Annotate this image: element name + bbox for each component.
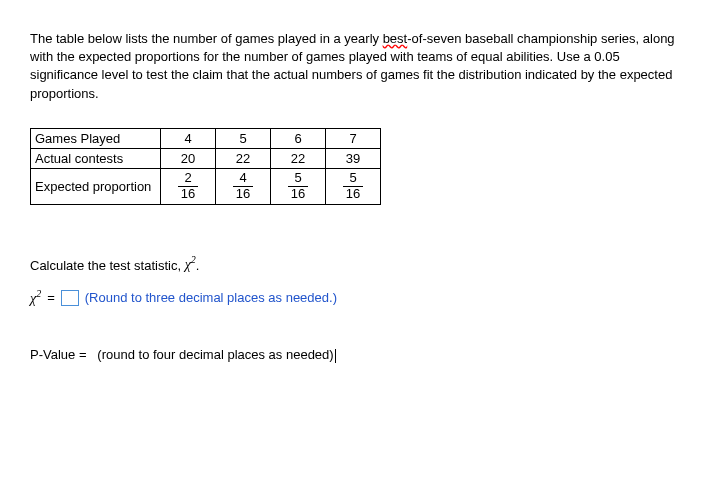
table-row-actual: Actual contests 20 22 22 39 [31, 148, 381, 168]
problem-statement: The table below lists the number of game… [30, 30, 682, 103]
table-row-games: Games Played 4 5 6 7 [31, 128, 381, 148]
calculate-prompt: Calculate the test statistic, χ2. [30, 255, 682, 274]
actual-col-3: 39 [326, 148, 381, 168]
equals-sign: = [47, 290, 55, 305]
games-played-label: Games Played [31, 128, 161, 148]
p-value-line: P-Value = (round to four decimal places … [30, 347, 682, 363]
chi-squared-lhs: χ2 [30, 288, 41, 307]
table-row-expected: Expected proportion 2 16 4 16 5 16 5 16 [31, 168, 381, 204]
expected-col-3: 5 16 [326, 168, 381, 204]
games-col-1: 5 [216, 128, 271, 148]
misspelled-word: best [383, 31, 408, 46]
chi-squared-formula: χ2 = (Round to three decimal places as n… [30, 288, 682, 307]
expected-col-0: 2 16 [161, 168, 216, 204]
chi-squared-input[interactable] [61, 290, 79, 306]
chi-squared-symbol: χ2 [185, 257, 196, 272]
games-col-3: 7 [326, 128, 381, 148]
actual-col-1: 22 [216, 148, 271, 168]
actual-col-0: 20 [161, 148, 216, 168]
actual-col-2: 22 [271, 148, 326, 168]
data-table: Games Played 4 5 6 7 Actual contests 20 … [30, 128, 381, 205]
text-cursor [335, 349, 336, 363]
p-value-label: P-Value = [30, 347, 87, 362]
rounding-hint-pvalue: (round to four decimal places as needed) [97, 347, 333, 362]
actual-contests-label: Actual contests [31, 148, 161, 168]
rounding-hint-chi: (Round to three decimal places as needed… [85, 290, 337, 305]
intro-before: The table below lists the number of game… [30, 31, 383, 46]
expected-col-2: 5 16 [271, 168, 326, 204]
calc-prompt-end: . [196, 257, 200, 272]
expected-col-1: 4 16 [216, 168, 271, 204]
calc-prompt-text: Calculate the test statistic, [30, 257, 185, 272]
games-col-2: 6 [271, 128, 326, 148]
expected-proportion-label: Expected proportion [31, 168, 161, 204]
games-col-0: 4 [161, 128, 216, 148]
